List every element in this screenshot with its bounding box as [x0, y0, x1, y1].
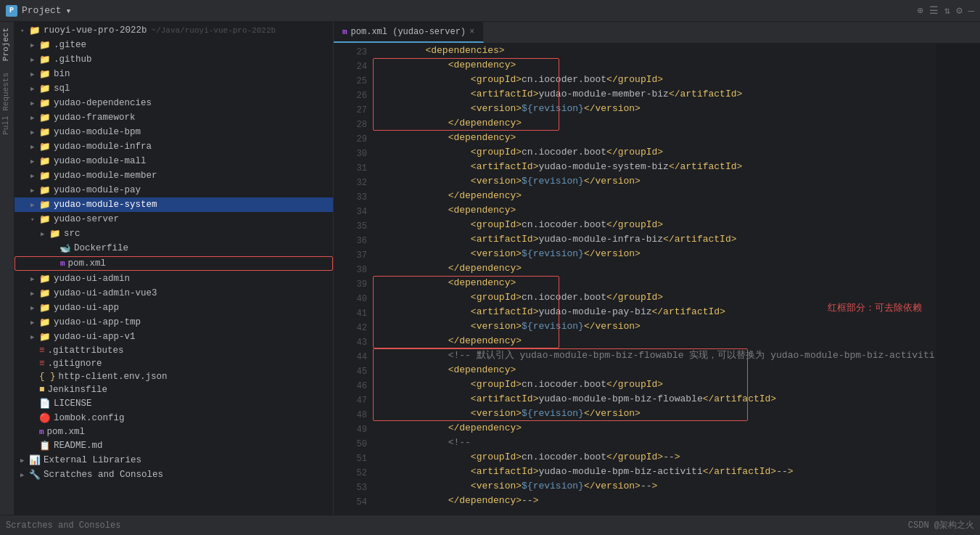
code-line: <version>${revision}</version>: [380, 174, 936, 189]
tree-item-pom-root[interactable]: ▶ m pom.xml: [15, 425, 333, 438]
scratches-bottom[interactable]: Scratches and Consoles: [6, 520, 120, 531]
tree-item-github[interactable]: ▶ 📁 .github: [15, 52, 333, 67]
sidebar-label-project[interactable]: Project: [0, 22, 14, 67]
bpm-folder-icon: 📁: [39, 126, 51, 138]
scratch-arrow: ▶: [20, 471, 28, 479]
tree-item-pom-server[interactable]: ▶ m pom.xml: [15, 256, 333, 271]
infra-arrow: ▶: [30, 143, 38, 151]
pom-root-icon: m: [39, 428, 44, 436]
settings-icon[interactable]: ⚙: [956, 4, 962, 17]
tree-item-ui-app-tmp[interactable]: ▶ 📁 yudao-ui-app-tmp: [15, 315, 333, 330]
src-label: src: [64, 229, 81, 239]
http-env-label: http-client.env.json: [59, 372, 168, 382]
code-line: <dependency>: [380, 203, 936, 218]
top-bar-actions: ⊕ ☰ ⇅ ⚙ —: [917, 4, 974, 17]
tab-label: pom.xml (yudao-server): [351, 27, 466, 37]
tree-item-readme[interactable]: ▶ 📋 README.md: [15, 438, 333, 453]
minimize-icon[interactable]: —: [968, 5, 974, 17]
root-name: ruoyi-vue-pro-2022b: [44, 25, 147, 36]
tab-pom-xml[interactable]: m pom.xml (yudao-server) ×: [334, 22, 484, 43]
code-line: <artifactId>yudao-module-system-biz</art…: [380, 160, 936, 174]
tree-item-system[interactable]: ▶ 📁 yudao-module-system: [15, 197, 333, 212]
sidebar-label-pull-requests[interactable]: Pull Requests: [0, 67, 14, 141]
infra-label: yudao-module-infra: [54, 142, 152, 152]
code-line: <dependency>: [380, 276, 936, 290]
code-line: <groupId>cn.iocoder.boot</groupId>: [380, 290, 936, 305]
project-icon: P: [6, 5, 17, 17]
scratches-label: Scratches and Consoles: [44, 470, 163, 480]
fw-folder-icon: 📁: [39, 112, 51, 123]
tree-item-scratches[interactable]: ▶ 🔧 Scratches and Consoles: [15, 467, 333, 482]
tree-item-external-libs[interactable]: ▶ 📊 External Libraries: [15, 453, 333, 467]
server-folder-icon: 📁: [39, 213, 51, 225]
tree-root[interactable]: ▾ 📁 ruoyi-vue-pro-2022b ~/Java/ruoyi-vue…: [15, 23, 333, 38]
project-header[interactable]: P Project ▾: [6, 5, 71, 17]
pay-arrow: ▶: [30, 187, 38, 195]
code-line: <artifactId>yudao-module-bpm-biz-activit…: [380, 465, 936, 479]
root-arrow: ▾: [20, 27, 28, 35]
code-line: <!--: [380, 436, 936, 450]
tree-item-license[interactable]: ▶ 📄 LICENSE: [15, 396, 333, 411]
tree-item-member[interactable]: ▶ 📁 yudao-module-member: [15, 168, 333, 183]
add-icon[interactable]: ⊕: [917, 4, 923, 17]
tree-item-mall[interactable]: ▶ 📁 yudao-module-mall: [15, 154, 333, 168]
fw-label: yudao-framework: [54, 113, 136, 123]
tree-item-ui-admin-vue3[interactable]: ▶ 📁 yudao-ui-admin-vue3: [15, 286, 333, 301]
external-libs-label: External Libraries: [44, 455, 141, 465]
tree-item-lombok[interactable]: ▶ 🔴 lombok.config: [15, 411, 333, 425]
tree-item-dockerfile[interactable]: ▶ 🐋 Dockerfile: [15, 241, 333, 256]
tab-close-icon[interactable]: ×: [469, 27, 474, 37]
docker-file-icon: 🐋: [59, 242, 71, 254]
code-line: <version>${revision}</version>-->: [380, 479, 936, 494]
lombok-label: lombok.config: [54, 413, 125, 423]
tree-item-dependencies[interactable]: ▶ 📁 yudao-dependencies: [15, 96, 333, 110]
uiapptmp-folder-icon: 📁: [39, 316, 51, 328]
tree-item-gitee[interactable]: ▶ 📁 .gitee: [15, 38, 333, 52]
uiappv1-label: yudao-ui-app-v1: [54, 332, 136, 342]
code-line: <dependency>: [380, 58, 936, 73]
tree-item-ui-app-v1[interactable]: ▶ 📁 yudao-ui-app-v1: [15, 330, 333, 344]
tree-item-server[interactable]: ▾ 📁 yudao-server: [15, 212, 333, 226]
gitignore-label: .gitignore: [48, 359, 102, 369]
tree-item-ui-admin[interactable]: ▶ 📁 yudao-ui-admin: [15, 271, 333, 286]
gitignore-icon: ≡: [39, 359, 45, 369]
tree-item-infra[interactable]: ▶ 📁 yudao-module-infra: [15, 139, 333, 154]
code-line: </dependency>: [380, 261, 936, 276]
uiappv1-folder-icon: 📁: [39, 331, 51, 343]
tree-item-sql[interactable]: ▶ 📁 sql: [15, 81, 333, 96]
sys-arrow: ▶: [30, 201, 38, 209]
tree-item-http-env[interactable]: ▶ { } http-client.env.json: [15, 370, 333, 383]
tree-item-pay[interactable]: ▶ 📁 yudao-module-pay: [15, 183, 333, 197]
sql-label: sql: [54, 83, 70, 94]
uiadminvue3-folder-icon: 📁: [39, 287, 51, 299]
root-path: ~/Java/ruoyi-vue-pro-2022b: [152, 26, 276, 35]
tab-m-icon: m: [342, 28, 347, 36]
tree-item-framework[interactable]: ▶ 📁 yudao-framework: [15, 110, 333, 125]
code-line: <groupId>cn.iocoder.boot</groupId>: [380, 73, 936, 87]
file-tree: ▾ 📁 ruoyi-vue-pro-2022b ~/Java/ruoyi-vue…: [15, 22, 334, 515]
tree-item-gitignore[interactable]: ▶ ≡ .gitignore: [15, 357, 333, 370]
pay-label: yudao-module-pay: [54, 185, 141, 195]
scratch-icon: 🔧: [29, 469, 41, 481]
tree-item-jenkinsfile[interactable]: ▶ ■ Jenkinsfile: [15, 383, 333, 396]
dep-arrow: ▶: [30, 99, 38, 107]
tree-item-src[interactable]: ▶ 📁 src: [15, 226, 333, 241]
list-icon[interactable]: ☰: [929, 4, 939, 17]
uiapp-label: yudao-ui-app: [54, 303, 119, 313]
tree-item-ui-app[interactable]: ▶ 📁 yudao-ui-app: [15, 301, 333, 315]
uiapp-folder-icon: 📁: [39, 302, 51, 314]
line-numbers: 2324252627282930313233343536373839404142…: [344, 44, 373, 515]
code-line: </dependency>: [380, 421, 936, 436]
tree-item-bin[interactable]: ▶ 📁 bin: [15, 67, 333, 81]
editor-gutter: [334, 44, 344, 515]
bin-label: bin: [54, 69, 70, 79]
uiapptmp-label: yudao-ui-app-tmp: [54, 317, 141, 327]
code-area[interactable]: 不可去除 不可去除 红框部分：可去除依赖 <dependencies> <dep…: [373, 44, 936, 515]
sort-icon[interactable]: ⇅: [944, 4, 950, 17]
tree-item-gitattributes[interactable]: ▶ ≡ .gitattributes: [15, 344, 333, 357]
code-line: <artifactId>yudao-module-infra-biz</arti…: [380, 232, 936, 247]
dropdown-icon[interactable]: ▾: [66, 5, 72, 17]
tree-item-bpm[interactable]: ▶ 📁 yudao-module-bpm: [15, 125, 333, 139]
main-area: Project Pull Requests ▾ 📁 ruoyi-vue-pro-…: [0, 22, 980, 515]
code-line: <dependencies>: [380, 44, 936, 58]
